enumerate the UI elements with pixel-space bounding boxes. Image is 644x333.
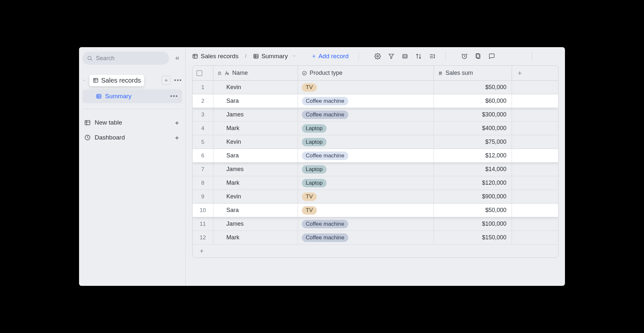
- cell-product[interactable]: Coffee machine: [298, 94, 434, 108]
- table-row[interactable]: 1 Kevin TV $50,000: [193, 81, 558, 94]
- fields-button[interactable]: [402, 53, 408, 60]
- sort-button[interactable]: [415, 53, 422, 60]
- breadcrumb-view[interactable]: Summary: [253, 53, 296, 60]
- cell-sum[interactable]: $50,000: [434, 81, 512, 94]
- sidebar-item-dashboard[interactable]: Dashboard ＋: [82, 130, 182, 145]
- add-view-button[interactable]: [162, 76, 171, 85]
- breadcrumb-view-label: Summary: [262, 53, 288, 60]
- svg-marker-25: [389, 54, 394, 59]
- cell-product[interactable]: Coffee machine: [298, 217, 434, 231]
- plus-icon: [311, 54, 316, 59]
- cell-product[interactable]: Laptop: [298, 135, 434, 149]
- checkbox[interactable]: [196, 70, 202, 76]
- column-product-type[interactable]: Product type: [298, 66, 434, 80]
- table-row[interactable]: 6 Sara Coffee machine $12,000: [193, 149, 558, 163]
- main: Sales records / Summary Add record: [186, 47, 565, 286]
- cell-name[interactable]: Mark: [213, 231, 298, 244]
- settings-button[interactable]: [374, 53, 381, 60]
- cell-product[interactable]: Laptop: [298, 163, 434, 176]
- cell-product[interactable]: Coffee machine: [298, 108, 434, 121]
- sidebar-table-chip[interactable]: Sales records: [89, 75, 144, 86]
- cell-sum[interactable]: $300,000: [434, 108, 512, 121]
- breadcrumb-table[interactable]: Sales records: [192, 53, 238, 60]
- cell-name[interactable]: Kevin: [213, 135, 298, 149]
- cell-product[interactable]: TV: [298, 204, 434, 217]
- cell-product[interactable]: TV: [298, 81, 434, 94]
- table-row[interactable]: 8 Mark Laptop $120,000: [193, 176, 558, 190]
- cell-name[interactable]: Sara: [213, 149, 298, 162]
- column-sales-sum[interactable]: Sales sum: [434, 66, 512, 80]
- topbar: Sales records / Summary Add record: [186, 47, 565, 65]
- table-row[interactable]: 5 Kevin Laptop $75,000: [193, 135, 558, 149]
- cell-name[interactable]: Kevin: [213, 81, 298, 94]
- sidebar-item-new-table[interactable]: New table ＋: [82, 115, 182, 130]
- cell-sum[interactable]: $100,000: [434, 217, 512, 231]
- table-row[interactable]: 12 Mark Coffee machine $150,000: [193, 231, 558, 245]
- select-all-cell[interactable]: [193, 66, 213, 80]
- cell-empty: [512, 135, 528, 149]
- svg-line-1: [91, 59, 92, 60]
- row-number: 10: [193, 204, 213, 217]
- table-row[interactable]: 4 Mark Laptop $400,000: [193, 122, 558, 135]
- table-row[interactable]: 9 Kevin TV $900,000: [193, 190, 558, 204]
- cell-name[interactable]: Mark: [213, 122, 298, 135]
- column-name[interactable]: Name: [213, 66, 298, 80]
- table-row[interactable]: 2 Sara Coffee machine $60,000: [193, 94, 558, 108]
- svg-rect-26: [403, 54, 407, 58]
- add-column-button[interactable]: [512, 66, 528, 80]
- cell-name[interactable]: James: [213, 163, 298, 176]
- table-row[interactable]: 7 James Laptop $14,000: [193, 163, 558, 176]
- row-number: 1: [193, 81, 213, 94]
- table-icon: [93, 77, 99, 83]
- cell-empty: [512, 231, 528, 244]
- table-icon: [84, 119, 91, 126]
- filter-button[interactable]: [388, 53, 395, 60]
- group-button[interactable]: [429, 53, 436, 60]
- cell-name[interactable]: James: [213, 108, 298, 121]
- table-row[interactable]: 3 James Coffee machine $300,000: [193, 108, 558, 122]
- sidebar-view-summary[interactable]: Summary •••: [82, 89, 182, 103]
- cell-product[interactable]: Laptop: [298, 176, 434, 190]
- comment-button[interactable]: [489, 53, 495, 60]
- row-number: 4: [193, 122, 213, 135]
- cell-sum[interactable]: $12,000: [434, 149, 512, 162]
- table-row[interactable]: 11 James Coffee machine $100,000: [193, 217, 558, 231]
- cell-sum[interactable]: $900,000: [434, 190, 512, 203]
- svg-rect-11: [85, 120, 90, 125]
- cell-product[interactable]: Coffee machine: [298, 231, 434, 244]
- sidebar-tree-row-sales-records[interactable]: Sales records •••: [82, 74, 182, 87]
- add-record-button[interactable]: Add record: [311, 53, 349, 60]
- grid-view-icon: [96, 93, 102, 99]
- cell-sum[interactable]: $400,000: [434, 122, 512, 135]
- cell-sum[interactable]: $14,000: [434, 163, 512, 176]
- sidebar-view-label: Summary: [105, 93, 131, 100]
- row-number: 6: [193, 149, 213, 162]
- cell-product[interactable]: TV: [298, 190, 434, 203]
- cell-name[interactable]: Sara: [213, 94, 298, 108]
- cell-sum[interactable]: $75,000: [434, 135, 512, 149]
- cell-name[interactable]: Sara: [213, 204, 298, 217]
- cell-sum[interactable]: $60,000: [434, 94, 512, 108]
- table-more-button[interactable]: •••: [174, 77, 182, 84]
- cell-sum[interactable]: $150,000: [434, 231, 512, 244]
- cell-sum[interactable]: $120,000: [434, 176, 512, 190]
- svg-rect-15: [193, 54, 197, 58]
- plus-icon: ＋: [174, 133, 180, 142]
- cell-name[interactable]: Mark: [213, 176, 298, 190]
- reminder-button[interactable]: [461, 53, 468, 60]
- cell-name[interactable]: James: [213, 217, 298, 231]
- breadcrumb-table-label: Sales records: [201, 53, 238, 60]
- collapse-sidebar-button[interactable]: [172, 53, 182, 63]
- add-row-button[interactable]: [193, 245, 558, 258]
- cell-product[interactable]: Coffee machine: [298, 149, 434, 162]
- cell-sum[interactable]: $50,000: [434, 204, 512, 217]
- cell-product[interactable]: Laptop: [298, 122, 434, 135]
- sort-icon: [415, 53, 422, 60]
- cell-name[interactable]: Kevin: [213, 190, 298, 203]
- table-row[interactable]: 10 Sara TV $50,000: [193, 204, 558, 217]
- clipboard-button[interactable]: [475, 53, 481, 60]
- view-more-button[interactable]: •••: [170, 93, 178, 100]
- comment-icon: [489, 53, 495, 60]
- sidebar-separator: [82, 109, 182, 109]
- search-input[interactable]: Search: [82, 52, 169, 65]
